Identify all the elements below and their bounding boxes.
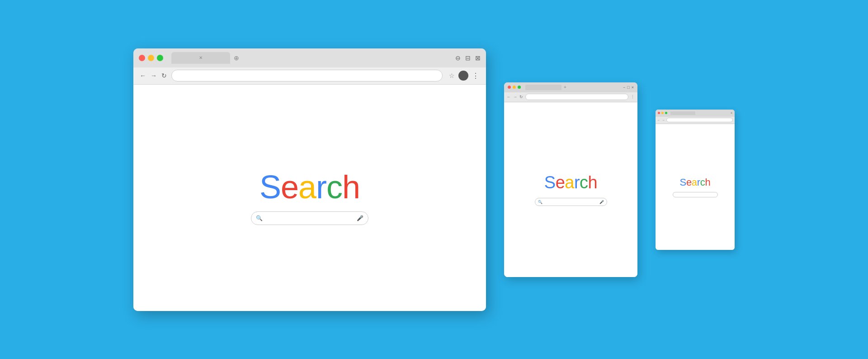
small-win-icon[interactable]: × (731, 111, 732, 115)
medium-tab-area: + (525, 85, 566, 90)
medium-logo-e: e (556, 173, 565, 192)
back-icon[interactable]: ← (140, 72, 146, 79)
window-controls: ⊖ ⊟ ⊠ (455, 54, 481, 62)
win-close-icon[interactable]: ⊠ (475, 54, 481, 62)
medium-back-icon[interactable]: ← (507, 95, 511, 99)
medium-minimize-button[interactable] (513, 86, 516, 89)
medium-close-button[interactable] (508, 86, 511, 89)
logo-letter-h: h (342, 169, 360, 205)
large-search-bar[interactable]: 🔍 🎤 (251, 211, 368, 225)
large-nav-bar: ← → ↻ ☆ ⋮ (133, 67, 486, 85)
small-close-button[interactable] (658, 112, 660, 114)
user-avatar[interactable] (458, 71, 468, 81)
menu-icon[interactable]: ⋮ (472, 72, 480, 80)
small-logo-a: a (692, 177, 697, 188)
search-logo-large: Search (259, 171, 360, 203)
medium-new-tab-icon[interactable]: + (564, 85, 566, 90)
close-button[interactable] (139, 55, 145, 61)
logo-letter-S: S (259, 169, 281, 205)
search-logo-small: Search (680, 177, 711, 188)
minimize-button[interactable] (148, 55, 154, 61)
bookmark-icon[interactable]: ☆ (449, 72, 455, 79)
medium-browser-tab[interactable] (525, 85, 561, 90)
medium-browser: + − □ × ← → ↻ ⋮ Search 🔍 🎤 (504, 82, 637, 277)
medium-mic-icon: 🎤 (599, 200, 604, 204)
small-logo-h: h (705, 177, 711, 188)
medium-address-bar[interactable] (525, 94, 628, 100)
medium-search-icon: 🔍 (538, 200, 542, 204)
small-nav-bar: ← → (656, 117, 735, 124)
large-page-content: Search 🔍 🎤 (133, 85, 486, 311)
browser-tab[interactable]: ✕ (171, 52, 230, 64)
small-logo-S: S (680, 177, 686, 188)
search-logo-medium: Search (544, 173, 597, 192)
small-title-bar: × (656, 110, 735, 117)
medium-reload-icon[interactable]: ↻ (519, 95, 523, 99)
small-window-controls: × (731, 111, 732, 115)
medium-logo-S: S (544, 173, 556, 192)
medium-page-content: Search 🔍 🎤 (504, 102, 637, 277)
small-browser: × ← → Search (656, 110, 735, 250)
medium-logo-r: r (574, 173, 580, 192)
reload-icon[interactable]: ↻ (161, 72, 167, 79)
medium-title-bar: + − □ × (504, 82, 637, 92)
medium-maximize-button[interactable] (518, 86, 521, 89)
small-logo-c: c (700, 177, 705, 188)
medium-logo-h: h (588, 173, 598, 192)
small-page-content: Search (656, 124, 735, 250)
medium-search-bar[interactable]: 🔍 🎤 (535, 198, 607, 206)
logo-letter-c: c (326, 169, 342, 205)
medium-win-min-icon[interactable]: − (623, 85, 625, 90)
traffic-lights (139, 55, 163, 61)
medium-forward-icon[interactable]: → (513, 95, 517, 99)
small-logo-r: r (697, 177, 700, 188)
tab-area: ✕ ⊕ (171, 52, 452, 64)
logo-letter-r: r (316, 169, 326, 205)
small-logo-e: e (686, 177, 692, 188)
medium-logo-c: c (580, 173, 588, 192)
small-search-bar[interactable] (673, 192, 718, 197)
search-bar-search-icon: 🔍 (256, 215, 263, 221)
logo-letter-a: a (298, 169, 316, 205)
small-address-bar[interactable] (666, 118, 733, 122)
medium-window-controls: − □ × (623, 85, 634, 90)
small-tab[interactable] (670, 111, 695, 115)
win-restore-icon[interactable]: ⊟ (465, 54, 471, 62)
logo-letter-e: e (281, 169, 298, 205)
small-minimize-button[interactable] (661, 112, 664, 114)
win-minimize-icon[interactable]: ⊖ (455, 54, 461, 62)
large-browser: ✕ ⊕ ⊖ ⊟ ⊠ ← → ↻ ☆ ⋮ Search (133, 48, 486, 311)
medium-menu-icon[interactable]: ⋮ (631, 95, 635, 99)
mic-icon[interactable]: 🎤 (357, 215, 363, 221)
medium-logo-a: a (565, 173, 574, 192)
small-back-icon[interactable]: ← (657, 119, 660, 122)
address-bar-actions: ☆ ⋮ (449, 71, 480, 81)
tab-close-icon[interactable]: ✕ (199, 55, 203, 60)
address-bar[interactable] (171, 70, 443, 81)
medium-win-close-icon[interactable]: × (632, 85, 634, 90)
scene: ✕ ⊕ ⊖ ⊟ ⊠ ← → ↻ ☆ ⋮ Search (115, 30, 753, 329)
search-input[interactable] (265, 215, 354, 221)
small-maximize-button[interactable] (665, 112, 667, 114)
maximize-button[interactable] (157, 55, 163, 61)
large-title-bar: ✕ ⊕ ⊖ ⊟ ⊠ (133, 48, 486, 67)
medium-nav-bar: ← → ↻ ⋮ (504, 92, 637, 102)
forward-icon[interactable]: → (151, 72, 157, 79)
medium-win-rest-icon[interactable]: □ (627, 85, 629, 90)
new-tab-icon[interactable]: ⊕ (234, 54, 239, 62)
small-forward-icon[interactable]: → (662, 119, 665, 122)
